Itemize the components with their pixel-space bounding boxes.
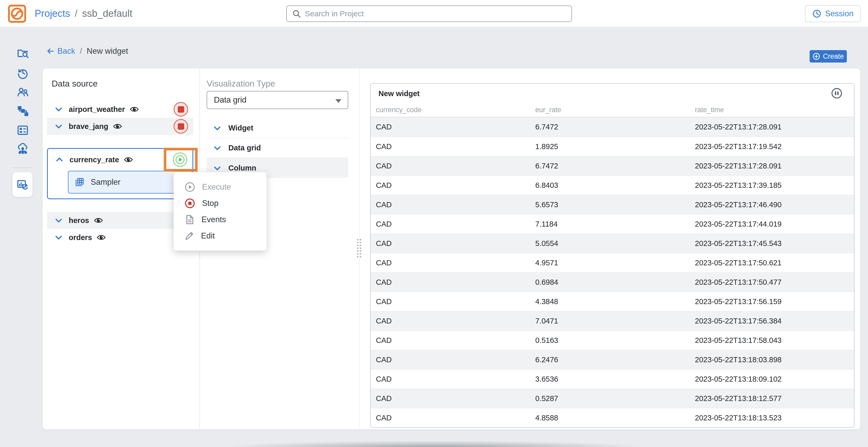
plus-circle-icon xyxy=(812,53,820,60)
session-button[interactable]: Session xyxy=(805,5,861,22)
table-cell: 2023-05-22T13:17:44.019 xyxy=(695,220,854,229)
back-link[interactable]: Back xyxy=(46,47,75,56)
bottom-shadow xyxy=(181,440,687,447)
data-source-name: heros xyxy=(69,216,89,225)
table-cell: CAD xyxy=(376,201,535,209)
viz-section-widget[interactable]: Widget xyxy=(207,118,348,138)
table-row: CAD7.04712023-05-22T13:17:56.384 xyxy=(371,311,854,330)
context-menu-label: Execute xyxy=(202,182,231,192)
table-cell: CAD xyxy=(376,123,535,131)
widget-preview-title: New widget xyxy=(378,89,420,98)
table-cell: 2023-05-22T13:18:03.898 xyxy=(695,356,854,364)
table-cell: 2023-05-22T13:17:56.384 xyxy=(695,317,854,325)
eye-icon[interactable] xyxy=(94,216,103,225)
chevron-down-icon[interactable] xyxy=(213,144,222,152)
chevron-down-icon[interactable] xyxy=(213,164,222,173)
project-search xyxy=(286,5,572,22)
table-row: CAD0.51632023-05-22T13:17:58.043 xyxy=(371,330,854,350)
chevron-down-icon[interactable] xyxy=(213,124,222,132)
dashboards-icon xyxy=(16,178,29,191)
connectors-icon[interactable] xyxy=(17,143,29,155)
table-cell: 4.9571 xyxy=(535,259,695,267)
chevron-down-icon[interactable] xyxy=(54,122,63,131)
data-source-item-orders[interactable]: orders xyxy=(47,229,193,246)
data-source-name: airport_weather xyxy=(69,105,125,114)
visualization-type-select[interactable]: Data grid xyxy=(207,91,348,109)
table-row: CAD0.52872023-05-22T13:18:12.577 xyxy=(371,389,854,408)
table-cell: 1.8925 xyxy=(535,142,695,151)
chevron-down-icon[interactable] xyxy=(54,233,63,242)
breadcrumb-separator: / xyxy=(75,8,78,19)
table-cell: 5.0554 xyxy=(535,239,695,248)
context-menu-item-stop[interactable]: Stop xyxy=(174,195,267,211)
eye-icon[interactable] xyxy=(113,122,122,131)
table-row: CAD7.11842023-05-22T13:17:44.019 xyxy=(371,214,854,234)
breadcrumb-projects-link[interactable]: Projects xyxy=(35,8,70,19)
table-cell: 0.5287 xyxy=(535,394,695,403)
page-toolbar: Back / New widget xyxy=(46,47,128,56)
breadcrumb-current: ssb_default xyxy=(82,8,132,19)
data-source-item-airport_weather[interactable]: airport_weather xyxy=(47,101,193,118)
jobs-icon[interactable] xyxy=(17,105,29,117)
context-menu-item-events[interactable]: Events xyxy=(174,211,267,228)
table-cell: 4.3848 xyxy=(535,297,695,306)
table-cell: 2023-05-22T13:17:46.490 xyxy=(695,201,854,209)
document-icon xyxy=(184,214,195,225)
viz-section-label: Data grid xyxy=(228,144,261,152)
table-cell: 2023-05-22T13:18:12.577 xyxy=(695,394,854,403)
table-row: CAD0.69842023-05-22T13:17:50.477 xyxy=(371,272,854,292)
widget-preview-card: New widget currency_codeeur_raterate_tim… xyxy=(370,83,855,428)
chevron-up-icon[interactable] xyxy=(55,155,64,164)
table-row: CAD5.65732023-05-22T13:17:46.490 xyxy=(371,195,854,214)
table-header-row: currency_codeeur_raterate_time xyxy=(371,103,854,117)
table-cell: CAD xyxy=(376,220,535,229)
left-sidebar xyxy=(0,27,43,447)
create-label: Create xyxy=(823,53,844,60)
play-circle-icon xyxy=(184,182,195,192)
history-icon[interactable] xyxy=(17,67,29,79)
table-cell: 2023-05-22T13:18:13.523 xyxy=(695,414,854,422)
table-row: CAD4.95712023-05-22T13:17:50.621 xyxy=(371,253,854,272)
table-body: CAD6.74722023-05-22T13:17:28.091CAD1.892… xyxy=(371,117,854,427)
search-input[interactable] xyxy=(305,6,571,22)
chevron-down-icon[interactable] xyxy=(54,105,63,114)
table-cell: 2023-05-22T13:17:56.159 xyxy=(695,297,854,306)
table-cell: 2023-05-22T13:17:45.543 xyxy=(695,239,854,248)
table-row: CAD6.84032023-05-22T13:17:39.185 xyxy=(371,175,854,195)
data-source-item-brave_jang[interactable]: brave_jang xyxy=(47,118,193,135)
table-cell: 5.6573 xyxy=(535,201,695,209)
eye-icon[interactable] xyxy=(97,233,106,242)
viz-section-label: Column xyxy=(228,164,256,172)
table-cell: 2023-05-22T13:17:39.185 xyxy=(695,181,854,190)
data-source-name: currency_rate xyxy=(69,155,119,164)
stop-sampling-button[interactable] xyxy=(174,119,188,133)
visualization-type-title: Visualization Type xyxy=(207,79,275,89)
project-explorer-icon[interactable] xyxy=(17,47,29,59)
users-icon[interactable] xyxy=(17,86,29,98)
screen: Projects / ssb_default Session xyxy=(0,0,868,447)
table-row: CAD3.65362023-05-22T13:18:09.102 xyxy=(371,369,854,389)
context-menu-item-edit[interactable]: Edit xyxy=(174,228,267,244)
table-row: CAD6.24762023-05-22T13:18:03.898 xyxy=(371,350,854,369)
data-source-item-heros[interactable]: heros xyxy=(47,212,193,229)
chevron-down-icon[interactable] xyxy=(54,216,63,225)
clock-icon xyxy=(812,9,822,18)
back-label: Back xyxy=(57,47,75,56)
sidebar-item-dashboards[interactable] xyxy=(12,172,33,197)
table-cell: 6.8403 xyxy=(535,181,695,190)
stop-sampling-button[interactable] xyxy=(174,102,188,117)
table-cell: 2023-05-22T13:17:28.091 xyxy=(695,123,854,131)
toolbar-separator: / xyxy=(80,47,82,56)
highlight-annotation xyxy=(164,148,197,172)
app-logo-icon[interactable] xyxy=(8,4,26,23)
data-grid-icon xyxy=(75,177,85,187)
widget-preview-header: New widget xyxy=(371,84,854,103)
viz-section-data-grid[interactable]: Data grid xyxy=(207,138,348,158)
tables-icon[interactable] xyxy=(17,124,29,137)
eye-icon[interactable] xyxy=(130,105,139,114)
create-button[interactable]: Create xyxy=(810,50,847,62)
pause-circle-icon[interactable] xyxy=(831,87,843,99)
eye-icon[interactable] xyxy=(124,155,133,164)
table-cell: CAD xyxy=(376,375,535,383)
pane-resize-handle[interactable] xyxy=(356,238,363,258)
